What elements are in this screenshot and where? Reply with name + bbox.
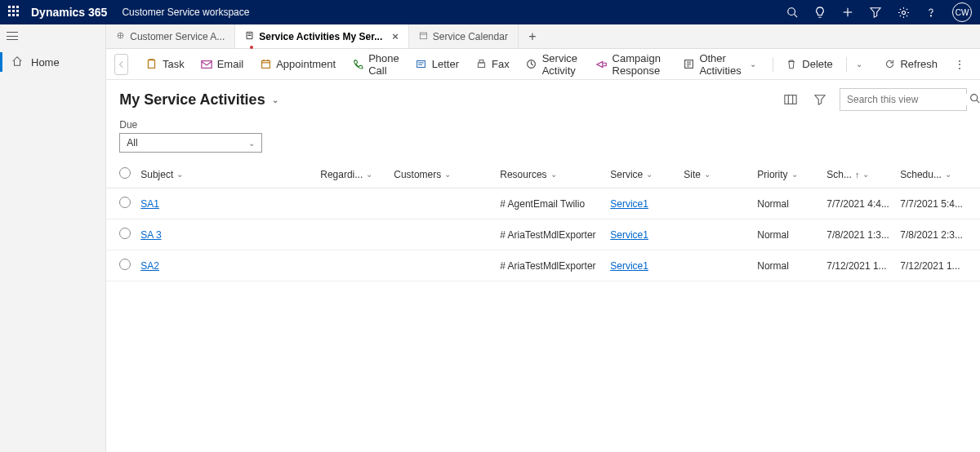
back-button[interactable]	[114, 54, 128, 75]
delete-split-chevron[interactable]: ⌄	[853, 60, 866, 69]
cell-scheduled-end: 7/8/2021 2:3...	[895, 219, 980, 250]
tab-strip: Customer Service A... Service Activities…	[106, 24, 980, 49]
filter-toggle-icon[interactable]	[810, 90, 830, 109]
cmd-fax[interactable]: Fax	[469, 55, 516, 73]
cmd-task[interactable]: Task	[140, 55, 191, 73]
email-icon	[201, 59, 212, 70]
column-header-site[interactable]: Site⌄	[679, 161, 752, 188]
column-header-scheduled-end[interactable]: Schedu...⌄	[895, 161, 980, 188]
subject-link[interactable]: SA 3	[140, 229, 161, 241]
search-this-view[interactable]	[840, 88, 967, 111]
cmd-other-activities[interactable]: Other Activities ⌄	[676, 49, 765, 80]
svg-rect-12	[149, 60, 155, 69]
table-row[interactable]: SA1 # AgentEmail Twilio Service1 Normal …	[106, 188, 980, 219]
chevron-down-icon: ⌄	[272, 95, 278, 104]
chevron-down-icon: ⌄	[646, 170, 653, 179]
home-icon	[11, 55, 23, 69]
filter-due-select[interactable]: All ⌄	[119, 133, 262, 153]
letter-icon	[416, 59, 427, 70]
cmd-campaign-response[interactable]: Campaign Response	[590, 49, 674, 80]
select-all-header[interactable]	[106, 161, 136, 188]
svg-rect-14	[261, 60, 270, 68]
sidebar-item-home[interactable]: Home	[0, 47, 105, 77]
cell-regarding	[315, 188, 389, 219]
column-header-priority[interactable]: Priority⌄	[752, 161, 822, 188]
cmd-label: Appointment	[276, 58, 336, 70]
chevron-down-icon: ⌄	[248, 139, 255, 148]
subject-link[interactable]: SA2	[140, 260, 159, 272]
cell-site	[679, 219, 752, 250]
cell-scheduled-start: 7/12/2021 1...	[822, 250, 895, 281]
appointment-icon	[260, 59, 271, 70]
row-selector[interactable]	[106, 219, 136, 250]
service-link[interactable]: Service1	[610, 198, 648, 210]
task-icon	[146, 59, 158, 70]
table-row[interactable]: SA2 # AriaTestMdlExporter Service1 Norma…	[106, 250, 980, 281]
search-icon	[969, 93, 980, 106]
tab-service-calendar[interactable]: Service Calendar	[409, 24, 519, 48]
column-header-service[interactable]: Service⌄	[605, 161, 679, 188]
column-header-customers[interactable]: Customers⌄	[389, 161, 495, 188]
service-activity-icon	[526, 59, 537, 70]
svg-rect-22	[479, 60, 483, 63]
filter-icon[interactable]	[869, 6, 882, 19]
add-icon[interactable]	[841, 6, 854, 19]
edit-columns-icon[interactable]	[781, 90, 800, 109]
cell-customers	[389, 188, 495, 219]
column-header-regarding[interactable]: Regardi...⌄	[315, 161, 389, 188]
phone-icon	[352, 59, 363, 70]
cmd-delete[interactable]: Delete	[779, 55, 840, 73]
cmd-service-activity[interactable]: Service Activity	[519, 49, 586, 80]
cmd-label: Fax	[492, 58, 510, 70]
cell-site	[679, 188, 752, 219]
tab-service-activities[interactable]: Service Activities My Ser... ×	[235, 24, 409, 48]
tab-customer-service[interactable]: Customer Service A...	[106, 24, 235, 48]
service-link[interactable]: Service1	[610, 229, 648, 241]
cell-customers	[389, 219, 495, 250]
cmd-refresh[interactable]: Refresh	[877, 55, 944, 73]
sidebar-toggle[interactable]	[0, 24, 24, 47]
cmd-letter[interactable]: Letter	[409, 55, 466, 73]
svg-rect-10	[420, 33, 426, 39]
cmd-email[interactable]: Email	[194, 55, 251, 73]
lightbulb-icon[interactable]	[813, 6, 826, 19]
column-header-subject[interactable]: Subject⌄	[136, 161, 315, 188]
search-icon[interactable]	[786, 6, 799, 19]
cmd-phone-call[interactable]: Phone Call	[345, 49, 406, 80]
svg-line-32	[977, 100, 979, 103]
chevron-down-icon: ⌄	[550, 170, 557, 179]
side-panel: Home	[0, 24, 106, 452]
overflow-menu[interactable]: ⋮	[947, 58, 972, 71]
view-title: My Service Activities	[119, 91, 265, 109]
row-selector[interactable]	[106, 188, 136, 219]
chevron-down-icon: ⌄	[704, 170, 710, 179]
avatar[interactable]: CW	[952, 2, 972, 22]
svg-point-6	[930, 16, 931, 16]
column-header-resources[interactable]: Resources⌄	[495, 161, 605, 188]
filter-area: Due All ⌄	[106, 114, 980, 161]
subject-link[interactable]: SA1	[140, 198, 159, 210]
service-link[interactable]: Service1	[610, 260, 648, 272]
chevron-down-icon: ⌄	[366, 170, 372, 179]
app-launcher-icon[interactable]	[8, 6, 21, 19]
cell-resources: # AriaTestMdlExporter	[495, 250, 605, 281]
tab-add-button[interactable]: +	[519, 24, 546, 48]
cmd-label: Service Activity	[542, 52, 580, 77]
tab-label: Service Activities My Ser...	[259, 31, 382, 42]
row-selector[interactable]	[106, 250, 136, 281]
help-icon[interactable]	[924, 6, 938, 19]
close-icon[interactable]: ×	[392, 30, 399, 42]
gear-icon[interactable]	[897, 6, 910, 19]
cmd-appointment[interactable]: Appointment	[253, 55, 342, 73]
calendar-icon	[419, 31, 428, 42]
table-row[interactable]: SA 3 # AriaTestMdlExporter Service1 Norm…	[106, 219, 980, 250]
svg-rect-21	[478, 63, 484, 68]
column-header-scheduled-start[interactable]: Sch...↑⌄	[822, 161, 895, 188]
search-input[interactable]	[847, 94, 969, 105]
sort-asc-icon: ↑	[855, 170, 860, 179]
chevron-down-icon: ⌄	[791, 170, 798, 179]
cell-customers	[389, 250, 495, 281]
campaign-icon	[596, 59, 608, 70]
view-title-dropdown[interactable]: My Service Activities ⌄	[119, 91, 278, 109]
svg-point-5	[902, 11, 905, 14]
